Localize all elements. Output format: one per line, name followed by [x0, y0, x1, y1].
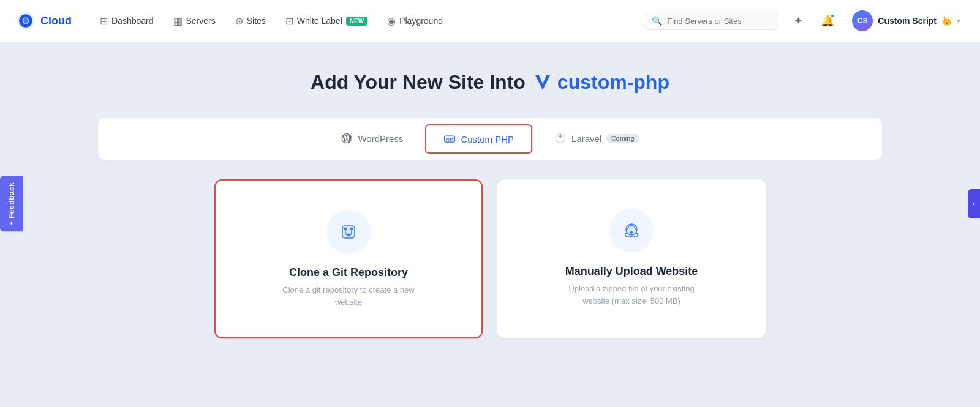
add-button[interactable]: ✦: [788, 11, 808, 31]
nav-dashboard[interactable]: ⊞ Dashboard: [91, 10, 162, 32]
card-upload-title: Manually Upload Website: [565, 265, 698, 278]
user-name: Custom Script: [878, 16, 937, 26]
crown-icon: 👑: [941, 16, 952, 26]
tabs: WordPress PHP Custom PHP Laravel Coming: [118, 119, 862, 159]
card-upload-description: Upload a zipped file of your existing we…: [564, 283, 699, 307]
sidebar-toggle-icon: ‹: [973, 200, 975, 208]
git-repository-icon: [337, 221, 360, 243]
nav-playground[interactable]: ◉ Playground: [379, 10, 451, 32]
chevron-down-icon: ▾: [957, 17, 960, 25]
card-git-description: Clone a git repository to create a new w…: [281, 284, 416, 308]
title-prefix: Add Your New Site Into: [311, 71, 526, 94]
brand-logo-vultr: custom-php: [533, 71, 669, 94]
vultr-icon: [533, 73, 552, 92]
page-title: Add Your New Site Into custom-php: [98, 71, 882, 94]
nav-sites[interactable]: ⊕ Sites: [227, 10, 274, 32]
tab-laravel[interactable]: Laravel Coming: [535, 120, 658, 158]
svg-point-5: [344, 228, 347, 231]
card-git-title: Clone a Git Repository: [289, 266, 408, 279]
coming-badge: Coming: [606, 134, 639, 143]
svg-marker-0: [535, 75, 550, 90]
feedback-label: + Feedback: [7, 182, 16, 225]
main-nav: ⊞ Dashboard ▦ Servers ⊕ Sites ⊡ White La…: [91, 10, 644, 32]
dashboard-icon: ⊞: [100, 15, 108, 27]
tabs-container: WordPress PHP Custom PHP Laravel Coming: [98, 118, 882, 160]
card-upload-icon-wrapper: [609, 209, 654, 253]
search-input[interactable]: [667, 17, 771, 26]
sidebar-toggle-button[interactable]: ‹: [968, 189, 980, 218]
nav-servers[interactable]: ▦ Servers: [165, 10, 224, 32]
new-badge: New: [346, 17, 368, 26]
tab-custom-php-label: Custom PHP: [461, 134, 514, 144]
nav-playground-label: Playground: [399, 16, 443, 26]
cards-grid: Clone a Git Repository Clone a git repos…: [214, 179, 766, 338]
playground-icon: ◉: [387, 15, 396, 27]
notifications-button[interactable]: 🔔: [818, 11, 837, 31]
feedback-button[interactable]: + Feedback: [0, 176, 23, 231]
brand-logo[interactable]: Cloud: [15, 10, 72, 32]
notification-dot: [830, 13, 835, 18]
search-icon: 🔍: [652, 16, 662, 26]
user-menu[interactable]: CS Custom Script 👑 ▾: [847, 8, 965, 34]
nav-dashboard-label: Dashboard: [111, 16, 154, 26]
nav-servers-label: Servers: [186, 16, 216, 26]
main-content: Add Your New Site Into custom-php WordPr…: [49, 42, 931, 368]
php-icon: PHP: [443, 133, 456, 145]
avatar: CS: [852, 10, 873, 31]
nav-sites-label: Sites: [247, 16, 266, 26]
feedback-button-wrapper: + Feedback: [0, 176, 23, 231]
card-upload-website[interactable]: Manually Upload Website Upload a zipped …: [497, 179, 766, 338]
page-title-section: Add Your New Site Into custom-php: [98, 71, 882, 94]
navbar: Cloud ⊞ Dashboard ▦ Servers ⊕ Sites ⊡ Wh…: [0, 0, 980, 42]
svg-text:PHP: PHP: [446, 138, 453, 141]
svg-point-6: [350, 228, 353, 231]
tab-wordpress-label: WordPress: [358, 133, 403, 144]
nav-white-label[interactable]: ⊡ White Label New: [277, 10, 376, 32]
wordpress-icon: [341, 132, 353, 144]
upload-website-icon: [620, 220, 643, 242]
nav-white-label-label: White Label: [297, 16, 342, 26]
sites-icon: ⊕: [235, 15, 243, 27]
search-box[interactable]: 🔍: [644, 12, 778, 30]
card-git-repository[interactable]: Clone a Git Repository Clone a git repos…: [214, 179, 483, 338]
brand-name: Cloud: [40, 15, 72, 28]
navbar-right: 🔍 ✦ 🔔 CS Custom Script 👑 ▾: [644, 8, 965, 34]
tab-laravel-label: Laravel: [571, 133, 601, 144]
card-git-icon-wrapper: [326, 210, 371, 254]
laravel-icon: [554, 132, 567, 144]
tab-wordpress[interactable]: WordPress: [321, 120, 423, 158]
tab-custom-php[interactable]: PHP Custom PHP: [425, 124, 532, 154]
title-brand-name: custom-php: [557, 71, 669, 94]
servers-icon: ▦: [173, 15, 183, 27]
white-label-icon: ⊡: [285, 15, 293, 27]
